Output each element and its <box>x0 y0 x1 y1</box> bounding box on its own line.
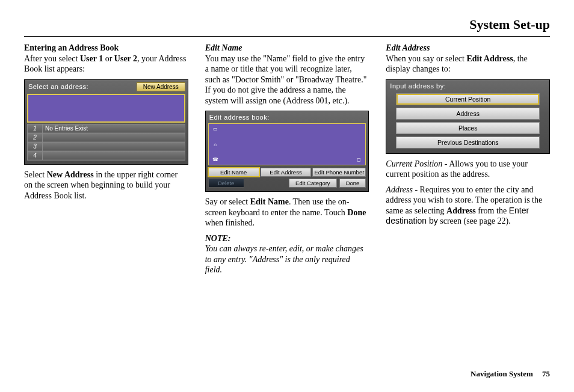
edit-name-button[interactable]: Edit Name <box>208 168 259 177</box>
shot2-title: Edit address book: <box>208 114 270 121</box>
column-right: Edit Address When you say or select Edit… <box>386 43 550 280</box>
col1-heading: Entering an Address Book <box>24 43 119 52</box>
col3-p3-c: from the <box>476 206 509 215</box>
shot3-title-row: Input address by: <box>389 82 547 90</box>
col2-p2-b: Edit Name <box>250 197 289 206</box>
col2-p2: Say or select Edit Name. Then use the on… <box>205 197 369 228</box>
address-button[interactable]: Address <box>396 108 540 120</box>
shot2-icon-row-2: ⌂ <box>212 142 362 147</box>
screenshot-input-address-by: Input address by: Current Position Addre… <box>386 79 550 154</box>
shot1-row-1[interactable]: 1 No Entries Exist <box>28 124 185 133</box>
col2-p2-a: Say or select <box>205 197 250 206</box>
shot1-row-3-text <box>43 142 185 151</box>
column-mid: Edit Name You may use the "Name" field t… <box>205 43 369 280</box>
col3-p3-label: Address <box>386 185 415 194</box>
record-icon: ◻ <box>356 157 362 162</box>
columns: Entering an Address Book After you selec… <box>24 43 550 280</box>
col1-p1-user1: User 1 <box>80 54 103 63</box>
shot2-title-row: Edit address book: <box>208 114 366 121</box>
screenshot-address-book-list: Select an address: New Address 1 No Entr… <box>24 79 188 165</box>
col3-p1-a: When you say or select <box>386 54 466 63</box>
col1-p1-or: or <box>103 54 114 63</box>
shot2-icon-row-1: ▭ <box>212 126 362 132</box>
shot1-selection-field[interactable] <box>27 94 185 123</box>
col1-p2: Select New Address in the upper right co… <box>24 170 188 201</box>
shot1-row-4-text <box>43 151 185 160</box>
col1-p1-user2: User 2 <box>114 54 137 63</box>
col3-p3: Address - Requires you to enter the city… <box>386 185 550 227</box>
home-icon: ⌂ <box>212 142 218 147</box>
col2-p2-d: Done <box>347 208 366 217</box>
edit-phone-number-button[interactable]: Edit Phone Number <box>312 168 366 177</box>
new-address-button[interactable]: New Address <box>137 82 185 91</box>
shot1-row-3[interactable]: 3 <box>28 142 185 151</box>
tag-icon: ▭ <box>212 126 218 132</box>
shot2-btns-row-2: Delete Edit Category Done <box>208 179 366 188</box>
shot3-list: Current Position Address Places Previous… <box>389 92 547 150</box>
col3-p1: When you say or select Edit Address, the… <box>386 54 550 75</box>
phone-icon: ☎ <box>212 157 218 162</box>
shot2-icon-row-3: ☎ ◻ <box>212 157 362 162</box>
col3-p1-b: Edit Address <box>466 54 513 63</box>
shot2-body: ▭ ⌂ ☎ ◻ <box>208 123 366 165</box>
col3-p3-e: screen (see page 22). <box>438 216 511 225</box>
horizontal-rule <box>24 36 550 37</box>
spacer <box>247 179 286 188</box>
footer-page: 75 <box>542 369 550 378</box>
shot1-row-4[interactable]: 4 <box>28 151 185 160</box>
column-left: Entering an Address Book After you selec… <box>24 43 188 280</box>
footer: Navigation System 75 <box>471 369 550 379</box>
shot1-row-1-text: No Entries Exist <box>43 124 185 133</box>
shot1-row-1-num: 1 <box>28 124 43 133</box>
col1-p1-a: After you select <box>24 54 80 63</box>
edit-address-button[interactable]: Edit Address <box>261 168 312 177</box>
shot1-row-4-num: 4 <box>28 151 43 160</box>
shot3-title: Input address by: <box>389 82 446 90</box>
screenshot-edit-address-book: Edit address book: ▭ ⌂ ☎ ◻ Edit Name <box>205 111 369 192</box>
col2-note-label: NOTE: <box>205 233 369 244</box>
col3-p2-label: Current Position <box>386 159 442 168</box>
delete-button: Delete <box>208 179 244 188</box>
shot1-title: Select an address: <box>27 83 88 90</box>
previous-destinations-button[interactable]: Previous Destinations <box>396 136 540 149</box>
shot2-btns-row-1: Edit Name Edit Address Edit Phone Number <box>208 168 366 177</box>
col2-note-body: You can always re-enter, edit, or make c… <box>205 243 369 275</box>
shot1-row-2[interactable]: 2 <box>28 133 185 142</box>
shot1-list: 1 No Entries Exist 2 3 4 <box>27 124 185 161</box>
page-title: System Set-up <box>24 17 550 32</box>
shot1-row-2-num: 2 <box>28 133 43 142</box>
col1-p2-a: Select <box>24 170 47 179</box>
page: System Set-up Entering an Address Book A… <box>0 0 574 392</box>
shot1-title-row: Select an address: New Address <box>27 82 185 91</box>
col3-h1: Edit Address <box>386 43 550 54</box>
col2-p2-e: when finished. <box>205 218 255 227</box>
col2-h1: Edit Name <box>205 43 369 54</box>
shot1-row-2-text <box>43 133 185 142</box>
col3-p2: Current Position - Allows you to use you… <box>386 159 550 180</box>
edit-category-button[interactable]: Edit Category <box>289 179 337 188</box>
col2-p1: You may use the "Name" field to give the… <box>205 54 369 106</box>
footer-label: Navigation System <box>471 369 533 378</box>
col3-p3-b: Address <box>446 206 476 215</box>
col1-p2-b: New Address <box>47 170 94 179</box>
shot1-row-3-num: 3 <box>28 142 43 151</box>
current-position-button[interactable]: Current Position <box>396 93 540 105</box>
places-button[interactable]: Places <box>396 122 540 134</box>
col1-heading-para: Entering an Address Book After you selec… <box>24 43 188 75</box>
done-button[interactable]: Done <box>339 179 366 188</box>
